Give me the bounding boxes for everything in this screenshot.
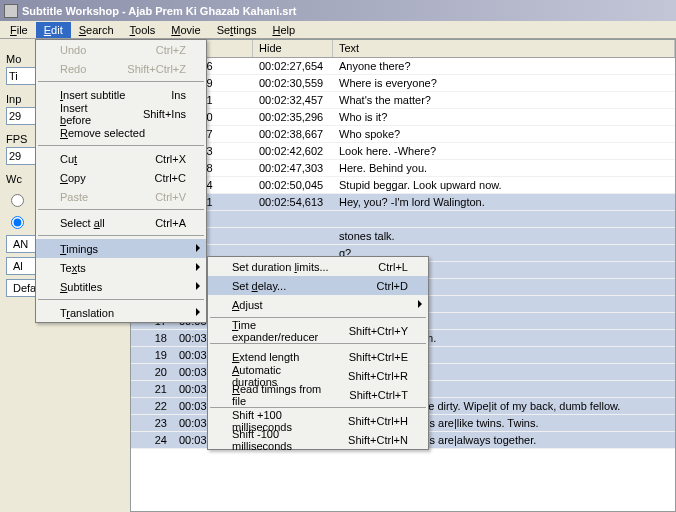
- cell-text: Stupid beggar. Look upward now.: [333, 178, 675, 192]
- window-title: Subtitle Workshop - Ajab Prem Ki Ghazab …: [22, 5, 296, 17]
- menu-item-copy[interactable]: CopyCtrl+C: [36, 168, 206, 187]
- cell-text: What's the matter?: [333, 93, 675, 107]
- menu-item-translation[interactable]: Translation: [36, 303, 206, 322]
- cell-text: Hey, you? -I'm lord Walington.: [333, 195, 675, 209]
- cell-hide: 00:02:32,457: [253, 93, 333, 107]
- menu-item-shortcut: Ctrl+X: [131, 153, 186, 165]
- table-row[interactable]: 40,79300:02:42,602Look here. -Where?: [131, 143, 675, 160]
- menu-item-shortcut: Ins: [147, 89, 186, 101]
- cell-num: 21: [131, 382, 173, 396]
- cell-hide: 00:02:42,602: [253, 144, 333, 158]
- cell-num: 22: [131, 399, 173, 413]
- menu-separator: [38, 145, 204, 146]
- cell-text: Anyone there?: [333, 59, 675, 73]
- menu-item-redo: RedoShift+Ctrl+Z: [36, 59, 206, 78]
- menu-item-shortcut: Shift+Ctrl+Y: [325, 325, 408, 337]
- cell-hide: 00:02:30,559: [253, 76, 333, 90]
- cell-text: stones talk.: [333, 229, 675, 243]
- menu-item-timings[interactable]: Timings: [36, 239, 206, 258]
- cell-text: Here. Behind you.: [333, 161, 675, 175]
- menu-item-shortcut: Shift+Ctrl+R: [324, 370, 408, 382]
- table-row[interactable]: 45,19800:02:47,303Here. Behind you.: [131, 160, 675, 177]
- table-row[interactable]: 51,87100:02:54,613Hey, you? -I'm lord Wa…: [131, 194, 675, 211]
- menu-item-subtitles[interactable]: Subtitles: [36, 277, 206, 296]
- cell-text: Look here. -Where?: [333, 144, 675, 158]
- cell-text: Who spoke?: [333, 127, 675, 141]
- cell-num: 20: [131, 365, 173, 379]
- menu-item-label: Select all: [60, 217, 105, 229]
- cell-hide: 00:02:35,296: [253, 110, 333, 124]
- menu-item-adjust[interactable]: Adjust: [208, 295, 428, 314]
- menu-search[interactable]: Search: [71, 22, 122, 38]
- edit-menu: UndoCtrl+ZRedoShift+Ctrl+ZInsert subtitl…: [35, 39, 207, 323]
- table-row[interactable]: 48,13400:02:50,045Stupid beggar. Look up…: [131, 177, 675, 194]
- table-row[interactable]: stones talk.: [131, 228, 675, 245]
- menu-item-select-all[interactable]: Select allCtrl+A: [36, 213, 206, 232]
- table-row[interactable]: [131, 211, 675, 228]
- cell-hide: [253, 218, 333, 220]
- cell-hide: [253, 252, 333, 254]
- menu-movie[interactable]: Movie: [163, 22, 208, 38]
- menu-separator: [38, 81, 204, 82]
- menu-item-label: Translation: [60, 307, 114, 319]
- menu-item-shortcut: Ctrl+A: [131, 217, 186, 229]
- cell-hide: 00:02:47,303: [253, 161, 333, 175]
- cell-num: 24: [131, 433, 173, 447]
- menu-item-set-delay[interactable]: Set delay...Ctrl+D: [208, 276, 428, 295]
- menubar: File Edit Search Tools Movie Settings He…: [0, 21, 676, 39]
- menu-item-label: Timings: [60, 243, 98, 255]
- submenu-arrow-icon: [196, 308, 200, 316]
- menu-item-label: Copy: [60, 172, 86, 184]
- menu-tools[interactable]: Tools: [122, 22, 164, 38]
- table-row[interactable]: 29,64900:02:30,559Where is everyone?: [131, 75, 675, 92]
- menu-item-label: Subtitles: [60, 281, 102, 293]
- table-row[interactable]: 34,42000:02:35,296Who is it?: [131, 109, 675, 126]
- menu-separator: [38, 299, 204, 300]
- menu-settings[interactable]: Settings: [209, 22, 265, 38]
- menu-item-shortcut: Ctrl+L: [354, 261, 408, 273]
- menu-item-shortcut: Shift+Ctrl+H: [324, 415, 408, 427]
- cell-hide: [253, 235, 333, 237]
- table-row[interactable]: 37,75700:02:38,667Who spoke?: [131, 126, 675, 143]
- menu-item-remove-selected[interactable]: Remove selected: [36, 123, 206, 142]
- cell-text: Who is it?: [333, 110, 675, 124]
- menu-item-shortcut: Shift+Ctrl+T: [325, 389, 408, 401]
- menu-item-set-duration-limits[interactable]: Set duration limits...Ctrl+L: [208, 257, 428, 276]
- menu-file[interactable]: File: [2, 22, 36, 38]
- menu-edit[interactable]: Edit: [36, 22, 71, 38]
- cell-hide: 00:02:27,654: [253, 59, 333, 73]
- menu-separator: [38, 235, 204, 236]
- menu-item-label: Time expander/reducer: [232, 319, 325, 343]
- menu-item-shortcut: Ctrl+V: [131, 191, 186, 203]
- table-header: Hide Text: [131, 40, 675, 58]
- cell-text: [333, 218, 675, 220]
- menu-item-label: Read timings from file: [232, 383, 325, 407]
- menu-item-shift-100-milliseconds[interactable]: Shift -100 millisecondsShift+Ctrl+N: [208, 430, 428, 449]
- menu-separator: [210, 343, 426, 344]
- menu-item-shortcut: Shift+Ctrl+Z: [103, 63, 186, 75]
- menu-item-time-expander-reducer[interactable]: Time expander/reducerShift+Ctrl+Y: [208, 321, 428, 340]
- timings-submenu: Set duration limits...Ctrl+LSet delay...…: [207, 256, 429, 450]
- menu-item-insert-before[interactable]: Insert beforeShift+Ins: [36, 104, 206, 123]
- menu-item-read-timings-from-file[interactable]: Read timings from fileShift+Ctrl+T: [208, 385, 428, 404]
- menu-item-label: Insert subtitle: [60, 89, 125, 101]
- menu-item-paste: PasteCtrl+V: [36, 187, 206, 206]
- table-row[interactable]: 26,84600:02:27,654Anyone there?: [131, 58, 675, 75]
- menu-item-label: Paste: [60, 191, 88, 203]
- menu-item-cut[interactable]: CutCtrl+X: [36, 149, 206, 168]
- menu-item-label: Remove selected: [60, 127, 145, 139]
- menu-help[interactable]: Help: [264, 22, 303, 38]
- title-bar: Subtitle Workshop - Ajab Prem Ki Ghazab …: [0, 0, 676, 21]
- menu-item-shortcut: Ctrl+C: [131, 172, 186, 184]
- table-row[interactable]: 31,25100:02:32,457What's the matter?: [131, 92, 675, 109]
- menu-item-label: Texts: [60, 262, 86, 274]
- cell-hide: 00:02:50,045: [253, 178, 333, 192]
- th-text[interactable]: Text: [333, 40, 675, 57]
- menu-item-texts[interactable]: Texts: [36, 258, 206, 277]
- cell-num: 23: [131, 416, 173, 430]
- cell-num: 18: [131, 331, 173, 345]
- menu-item-shortcut: Shift+Ctrl+N: [324, 434, 408, 446]
- menu-separator: [38, 209, 204, 210]
- th-hide[interactable]: Hide: [253, 40, 333, 57]
- menu-item-label: Adjust: [232, 299, 263, 311]
